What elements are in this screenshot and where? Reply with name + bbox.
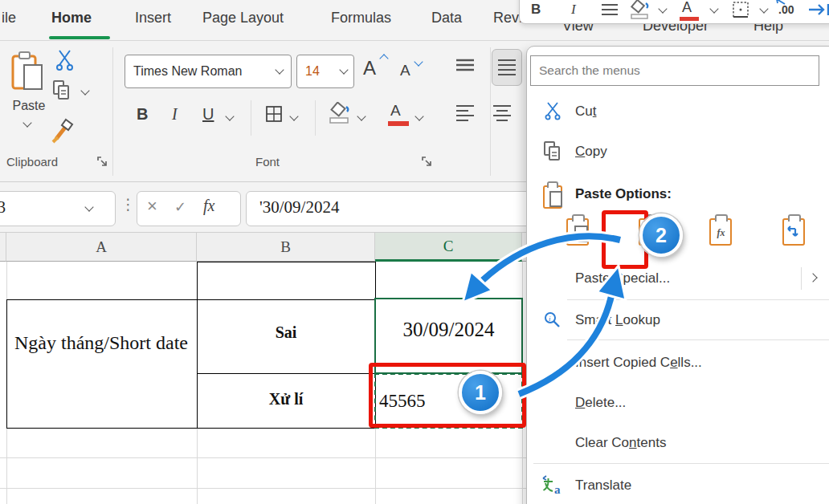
tab-data[interactable]: Data [431,10,462,26]
cell-text-date: 30/09/2024 [375,319,522,341]
font-dialog-launcher[interactable] [421,156,433,171]
mini-partial-icon[interactable] [807,1,829,18]
mini-font-color-letter: A [682,0,692,15]
mini-fill-caret-icon[interactable] [658,4,667,13]
italic-button[interactable]: I [172,105,178,124]
excel-window: ile Home Insert Page Layout Formulas Dat… [0,0,829,504]
font-name-value: Times New Roman [125,64,242,79]
fill-color-button[interactable] [328,102,353,128]
align-left-icon [455,104,476,123]
cut-icon [540,101,566,122]
cell-a-merged[interactable] [6,299,198,429]
smart-lookup-icon: i [540,311,566,330]
align-top-icon [455,57,476,75]
dialog-launcher-icon [96,156,108,168]
fill-color-caret-icon [357,112,365,120]
bold-button[interactable]: B [137,105,148,124]
paste-options-icon [540,181,566,208]
tab-file[interactable]: ile [2,10,16,26]
font-size-combo[interactable]: 14 [296,55,354,88]
copy-dropdown-caret-icon[interactable] [80,86,89,95]
font-color-bar [388,121,409,126]
name-box-value: 3 [0,198,6,217]
paste-label: Paste [8,99,50,113]
enter-button[interactable]: ✓ [174,198,186,216]
mini-borders-caret-icon[interactable] [759,4,768,13]
mini-fill-color-icon[interactable] [629,0,653,21]
menu-item-paste-special[interactable]: Paste Special... [527,263,829,294]
submenu-arrow-icon [808,273,817,282]
clipboard-group-label: Clipboard [6,155,58,169]
mini-borders-lines-icon[interactable] [600,2,619,18]
font-name-caret-icon [275,65,284,74]
mini-merge-borders-icon[interactable] [732,1,749,18]
font-name-combo[interactable]: Times New Roman [125,55,292,88]
menu-item-clear-contents[interactable]: Clear Contents [527,428,829,458]
translate-icon: a [540,475,566,496]
paste-dropdown-caret-icon[interactable] [22,118,31,127]
copy-icon [51,79,74,102]
cell-text-sai: Sai [197,323,375,342]
name-box-caret-icon [84,202,93,211]
menu-item-delete[interactable]: Delete... [527,388,829,418]
cancel-button[interactable]: × [147,196,157,217]
copy-button[interactable] [51,79,74,105]
font-color-button[interactable]: A [390,102,401,120]
context-menu: Cut Copy Paste Options: 123 fx % [526,46,829,504]
mini-font-color-button[interactable]: A [682,0,692,16]
column-header-a[interactable]: A [6,233,197,262]
format-painter-button[interactable] [50,115,77,147]
font-size-caret-icon [339,65,348,74]
svg-text:i: i [549,315,551,323]
tab-insert[interactable]: Insert [135,10,171,26]
menu-item-insert-copied-cells[interactable]: Insert Copied Cells... [527,348,829,378]
menu-item-cut[interactable]: Cut [527,96,829,127]
menu-item-translate[interactable]: a Translate [527,470,829,501]
shrink-font-caret-icon [414,57,423,66]
mini-italic-button[interactable]: I [571,2,576,18]
font-size-value: 14 [297,64,320,79]
mini-decimal-arrow-icon [774,0,786,6]
cut-button[interactable] [55,49,76,75]
align-center-button[interactable] [492,104,513,126]
column-header-b[interactable]: B [197,233,375,262]
active-tab-underline [49,36,110,39]
grow-font-caret-icon [379,54,388,63]
paste-option-formulas[interactable]: fx [709,213,733,246]
column-header-c[interactable]: C [375,233,522,262]
tab-formulas[interactable]: Formulas [331,10,391,26]
borders-icon [265,105,283,123]
name-box[interactable]: 3 [0,191,116,226]
borders-button[interactable] [265,105,283,126]
step-1-badge: 1 [459,371,502,414]
shrink-font-button[interactable]: A [400,62,410,79]
cell-b1-empty[interactable] [197,262,376,300]
align-middle-button[interactable] [492,49,522,86]
tab-home[interactable]: Home [51,10,92,26]
underline-button[interactable]: U [202,105,214,124]
insert-function-button[interactable]: fx [203,197,214,215]
svg-text:a: a [554,483,561,496]
mini-bold-button[interactable]: B [531,2,541,18]
align-left-button[interactable] [455,104,476,126]
cell-text-label: Ngày tháng/Short date [8,327,194,358]
formula-input[interactable]: '30/09/2024 [246,191,569,226]
menu-search-input[interactable] [530,55,819,86]
paste-option-transpose[interactable] [782,213,806,246]
grow-font-button[interactable]: A [363,57,376,79]
menu-item-copy[interactable]: Copy [527,136,829,167]
scissors-icon [55,49,76,71]
mini-toolbar: B I A .00 [519,0,829,24]
corner-header [0,233,6,262]
formula-bar-drag-dots-icon[interactable]: ⋮ [120,195,136,213]
menu-item-smart-lookup[interactable]: i Smart Lookup [527,305,829,335]
paste-button[interactable] [10,51,45,96]
clipboard-dialog-launcher[interactable] [96,156,108,171]
align-top-button[interactable] [455,57,476,78]
format-painter-icon [50,115,77,144]
paste-option-keep-source[interactable] [566,213,590,246]
font-group-label: Font [255,155,280,169]
mini-font-color-caret-icon[interactable] [709,4,718,13]
tab-page-layout[interactable]: Page Layout [202,10,284,26]
mini-font-color-bar [680,17,699,21]
